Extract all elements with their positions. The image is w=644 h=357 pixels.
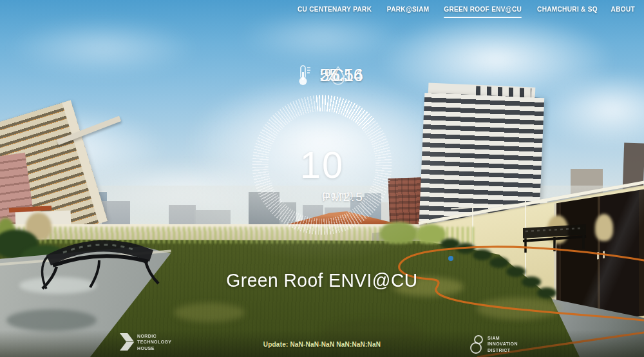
pm25-gauge: 10 PM2.5(µg/m³) [252,95,392,235]
logo-line: SIAM [488,335,518,341]
nav-item-cu-centenary-park[interactable]: CU CENTENARY PARK [298,5,372,18]
logo-line: TECHNOLOGY [137,339,171,345]
update-timestamp: Update: NaN-NaN-NaN NaN:NaN:NaN [0,341,644,348]
thermometer-icon [295,64,312,86]
chevron-logo-icon [120,333,134,351]
nav-item-green-roof-env[interactable]: GREEN ROOF ENV@CU [444,5,522,18]
nav-item-about[interactable]: ABOUT [611,5,635,18]
green-roof-dashboard: CU CENTENARY PARK PARK@SIAM GREEN ROOF E… [0,0,644,357]
logo-line: NORDIC [137,333,171,339]
logo-line: INNOVATION [488,341,518,347]
top-nav: CU CENTENARY PARK PARK@SIAM GREEN ROOF E… [294,5,636,18]
scene-title: Green Roof ENVI@CU [19,269,625,291]
nordic-technology-house-logo: NORDIC TECHNOLOGY HOUSE [120,333,171,351]
sprinkler [448,256,453,261]
humidity-value: 55.16 % [319,66,325,86]
nav-item-park-at-siam[interactable]: PARK@SIAM [387,5,430,18]
pm25-value: 10 [252,146,392,184]
sensor-readouts: 27.54 °C 55.16 % [0,64,644,86]
figure-eight-logo-icon [470,334,484,354]
logo-line: HOUSE [137,345,171,351]
logo-line: DISTRICT [488,347,518,353]
nav-item-chamchuri-sq[interactable]: CHAMCHURI & SQ [537,5,598,18]
siam-innovation-district-logo: SIAM INNOVATION DISTRICT [470,334,518,354]
